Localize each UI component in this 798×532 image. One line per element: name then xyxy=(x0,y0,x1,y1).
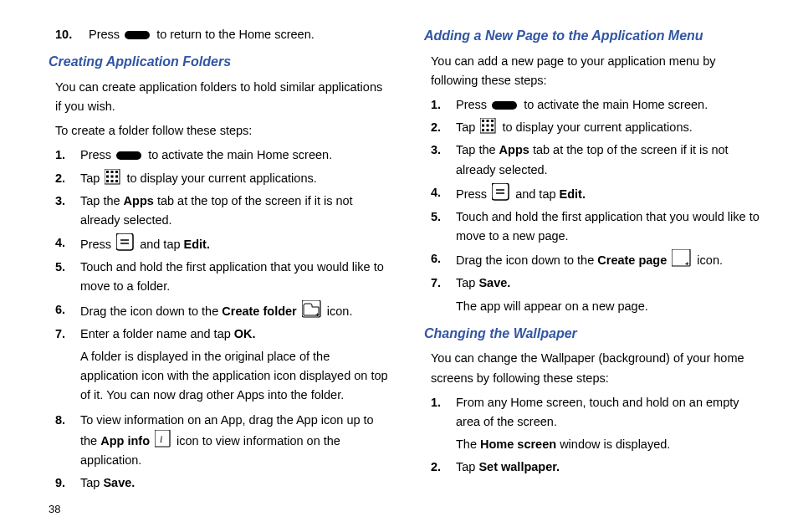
ps4-a: Press xyxy=(456,187,487,201)
intro-folders-1: You can create application folders to ho… xyxy=(55,78,389,116)
ps1-b: to activate the main Home screen. xyxy=(524,98,708,111)
page-steps: 1. Press to activate the main Home scree… xyxy=(431,95,765,294)
folder-step-7-follow: A folder is displayed in the original pl… xyxy=(80,347,389,406)
ws1: From any Home screen, touch and hold on … xyxy=(456,396,739,428)
wallpaper-steps: 1. From any Home screen, touch and hold … xyxy=(431,393,765,432)
page-number: 38 xyxy=(49,501,389,519)
folder-step-5: 5. Touch and hold the first application … xyxy=(55,258,389,296)
fs6-bold: Create folder xyxy=(222,304,296,318)
ws1f-b: window is displayed. xyxy=(560,437,670,451)
apps-grid-icon xyxy=(105,169,121,186)
heading-wallpaper: Changing the Wallpaper xyxy=(424,323,765,345)
page-step-2: 2. Tap to display your current applicati… xyxy=(431,118,765,137)
page-step-7-follow: The app will appear on a new page. xyxy=(456,297,765,316)
fs9-bold: Save. xyxy=(103,476,135,489)
ps3-a: Tap the xyxy=(456,143,496,156)
fs3-b: tab at the top of the screen if it is no… xyxy=(80,194,353,227)
folder-steps: 1. Press to activate the main Home scree… xyxy=(55,146,389,344)
page-step-5: 5. Touch and hold the first application … xyxy=(431,207,765,246)
menu-button-icon xyxy=(492,183,510,202)
wallpaper-step-2: 2. Tap Set wallpaper. xyxy=(431,458,765,477)
folder-step-3: 3. Tap the Apps tab at the top of the sc… xyxy=(55,192,389,230)
page-step-6: 6. Drag the icon down to the Create page… xyxy=(431,249,765,270)
fs4-b: and tap xyxy=(140,238,180,251)
wallpaper-step-1-follow: The Home screen window is displayed. xyxy=(456,435,765,454)
fs3-a: Tap the xyxy=(80,194,120,207)
page-step-7: 7. Tap Save. xyxy=(431,274,765,293)
folder-step-7: 7. Enter a folder name and tap OK. xyxy=(55,325,389,344)
fs7-a: Enter a folder name and tap xyxy=(80,327,231,340)
folder-step-9: 9. Tap Save. xyxy=(55,473,389,493)
step-10-text-b: to return to the Home screen. xyxy=(156,28,315,41)
ps4-b: and tap xyxy=(515,187,555,201)
ws1f-a: The xyxy=(456,437,477,451)
folder-step-8: 8. To view information on an App, drag t… xyxy=(55,411,389,471)
fs6-b: icon. xyxy=(327,304,353,318)
folder-steps-cont: 8. To view information on an App, drag t… xyxy=(55,411,389,494)
step-10: 10. Press to return to the Home screen. xyxy=(55,25,389,44)
folder-step-1: 1. Press to activate the main Home scree… xyxy=(55,146,389,165)
ps3-b: tab at the top of the screen if it is no… xyxy=(456,143,729,176)
fs4-a: Press xyxy=(80,238,111,251)
ws2-a: Tap xyxy=(456,460,475,473)
menu-button-icon xyxy=(116,233,135,252)
fs1-b: to activate the main Home screen. xyxy=(148,148,332,161)
fs2-a: Tap xyxy=(80,171,100,185)
home-button-icon xyxy=(125,28,151,42)
ps7-a: Tap xyxy=(456,276,475,289)
app-info-icon xyxy=(155,430,171,448)
create-page-icon xyxy=(672,249,692,268)
home-button-icon xyxy=(492,99,519,112)
right-column: Adding a New Page to the Application Men… xyxy=(424,25,765,519)
left-column: 10. Press to return to the Home screen. … xyxy=(49,25,389,519)
fs6-a: Drag the icon down to the xyxy=(80,304,218,318)
fs1-a: Press xyxy=(80,148,111,161)
step-10-list: 10. Press to return to the Home screen. xyxy=(55,25,389,44)
heading-adding-page: Adding a New Page to the Application Men… xyxy=(424,25,765,47)
ws1f-bold: Home screen xyxy=(480,437,556,451)
folder-step-6: 6. Drag the icon down to the Create fold… xyxy=(55,300,389,321)
folder-step-2: 2. Tap to display your current applicati… xyxy=(55,169,389,188)
intro-folders-2: To create a folder follow these steps: xyxy=(55,121,389,141)
page-step-3: 3. Tap the Apps tab at the top of the sc… xyxy=(431,141,765,179)
intro-page: You can add a new page to your applicati… xyxy=(431,52,765,90)
intro-wallpaper: You can change the Wallpaper (background… xyxy=(431,349,765,387)
ws2-bold: Set wallpaper. xyxy=(478,460,560,473)
home-button-icon xyxy=(116,149,143,162)
page-step-1: 1. Press to activate the main Home scree… xyxy=(431,95,765,115)
fs2-b: to display your current applications. xyxy=(126,171,316,185)
ps1-a: Press xyxy=(456,98,487,111)
ps2-b: to display your current applications. xyxy=(502,120,692,134)
ps6-b: icon. xyxy=(697,253,723,267)
ps6-bold: Create page xyxy=(597,253,667,267)
fs5: Touch and hold the first application tha… xyxy=(80,260,384,293)
ps5: Touch and hold the first application tha… xyxy=(456,210,760,243)
create-folder-icon xyxy=(302,300,322,319)
apps-grid-icon xyxy=(480,118,497,135)
ps3-bold: Apps xyxy=(499,143,529,156)
ps6-a: Drag the icon down to the xyxy=(456,253,594,267)
fs9-a: Tap xyxy=(80,476,100,489)
page-step-4: 4. Press and tap Edit. xyxy=(431,183,765,204)
wallpaper-step-1: 1. From any Home screen, touch and hold … xyxy=(431,393,765,432)
fs8-bold: App info xyxy=(100,434,150,448)
page-columns: 10. Press to return to the Home screen. … xyxy=(49,25,765,519)
ps2-a: Tap xyxy=(456,120,475,134)
ps7-bold: Save. xyxy=(478,276,510,289)
folder-step-4: 4. Press and tap Edit. xyxy=(55,233,389,254)
fs7-bold: OK. xyxy=(234,327,256,340)
fs4-bold: Edit. xyxy=(184,238,210,251)
ps4-bold: Edit. xyxy=(560,187,586,201)
heading-creating-folders: Creating Application Folders xyxy=(49,51,389,73)
wallpaper-steps-cont: 2. Tap Set wallpaper. xyxy=(431,458,765,477)
fs3-bold: Apps xyxy=(124,194,154,207)
step-10-text-a: Press xyxy=(89,28,120,41)
